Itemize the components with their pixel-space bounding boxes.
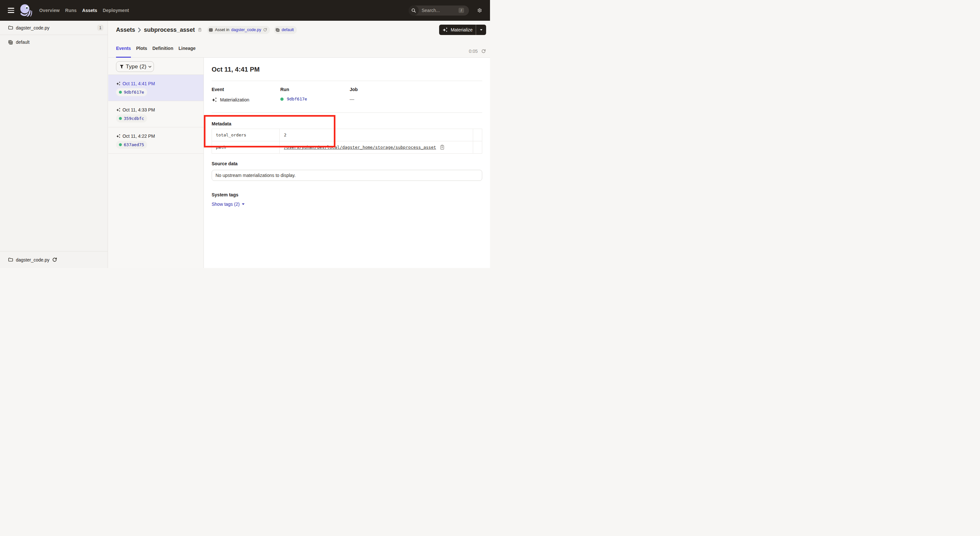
reload-location-icon[interactable] [263,28,267,32]
source-data-heading: Source data [212,161,482,166]
nav-item-runs[interactable]: Runs [65,8,76,13]
search-input[interactable]: Search... / [409,5,469,16]
run-tag[interactable]: 9dbf617e [116,88,147,96]
run-column: Run 9dbf617e [280,87,350,103]
sparkle-icon [442,27,448,33]
dagster-logo[interactable] [20,4,32,16]
reload-code-location-icon[interactable] [52,257,57,262]
asset-count-badge: 1 [97,25,103,31]
path-cell: /Users/yuhan/dev/local/dagster_home/stor… [284,145,473,150]
run-tag[interactable]: 359cdbfc [116,115,147,122]
metadata-value: 2 [280,129,473,141]
refresh-icon[interactable] [481,49,486,54]
content-row: Type (2) Oct 11, 4:41 PM 9dbf617e [108,58,490,268]
sidebar-footer-code-location: dagster_code.py [0,251,108,268]
page-header: Assets subprocess_asset [108,21,490,58]
metadata-path-link[interactable]: /Users/yuhan/dev/local/dagster_home/stor… [284,145,436,150]
event-column-label: Event [212,87,280,92]
show-tags-toggle[interactable]: Show tags (2) [212,202,245,207]
system-tags-heading: System tags [212,192,482,197]
tab-events[interactable]: Events [116,39,131,57]
metadata-key: path [212,141,280,153]
caret-down-icon [242,203,245,205]
chevron-right-icon [138,27,141,32]
search-shortcut-key: / [458,8,464,13]
run-column-label: Run [280,87,350,92]
metadata-table: total_orders 2 path /Users/yuhan/dev/loc… [212,129,482,154]
materialization-sparkle-icon [116,133,121,139]
filter-funnel-icon [119,65,124,69]
asset-group-tag: default [274,26,297,34]
materialization-sparkle-icon [116,81,121,86]
asset-location-tag: Asset in dagster_code.py [207,26,270,34]
nav-item-overview[interactable]: Overview [39,8,60,13]
asset-location-prefix: Asset in [215,27,229,32]
asset-tabs: Events Plots Definition Lineage 0:05 [108,39,490,57]
materialize-button[interactable]: Materialize [439,25,476,35]
tab-lineage[interactable]: Lineage [178,39,196,57]
refresh-countdown: 0:05 [469,49,478,54]
tab-definition[interactable]: Definition [152,39,173,57]
event-timestamp: Oct 11, 4:41 PM [123,81,155,86]
table-row: path /Users/yuhan/dev/local/dagster_home… [212,141,482,153]
type-filter-button[interactable]: Type (2) [116,61,154,72]
divider [212,81,482,81]
metadata-key: total_orders [212,129,280,141]
nav-item-deployment[interactable]: Deployment [103,8,129,13]
job-cell: — [350,97,482,102]
event-list-item[interactable]: Oct 11, 4:33 PM 359cdbfc [108,101,204,127]
sidebar-item-label: dagster_code.py [16,25,49,30]
materialize-label: Materialize [451,27,473,32]
run-id-link[interactable]: 637aed75 [124,142,144,147]
type-filter-label: Type (2) [126,64,146,70]
sidebar-footer-label: dagster_code.py [16,257,49,262]
metadata-action-cell [473,129,482,141]
hamburger-bar [8,12,14,13]
run-id-link[interactable]: 9dbf617e [287,97,307,102]
asset-group-link[interactable]: default [282,27,294,32]
event-row-line: Oct 11, 4:41 PM [116,81,196,86]
auto-refresh-cluster: 0:05 [469,49,490,54]
run-tag[interactable]: 637aed75 [116,141,147,149]
asset-location-link[interactable]: dagster_code.py [231,27,261,32]
asset-groups-sidebar: dagster_code.py 1 default dagster_code.p… [0,21,108,268]
folder-icon [8,257,13,262]
metadata-action-cell [473,141,482,153]
sidebar-item-group-default[interactable]: default [0,35,108,49]
hamburger-bar [8,10,14,11]
event-type-cell: Materialization [212,97,280,103]
show-tags-label: Show tags (2) [212,202,240,207]
hamburger-bar [8,8,14,9]
primary-nav: Overview Runs Assets Deployment [39,8,129,13]
sidebar-item-label: default [16,40,30,45]
materialization-sparkle-icon [116,107,121,113]
tab-plots[interactable]: Plots [136,39,147,57]
hamburger-menu-icon[interactable] [8,8,14,13]
materialize-dropdown-caret[interactable] [476,25,486,35]
run-id-link[interactable]: 9dbf617e [124,90,144,95]
magnifier-icon [411,8,416,13]
clipboard-copy-icon [198,27,202,32]
breadcrumb-assets-link[interactable]: Assets [116,27,135,33]
event-row-line: Oct 11, 4:33 PM [116,107,196,113]
event-list-item[interactable]: Oct 11, 4:41 PM 9dbf617e [108,75,204,101]
copy-path-icon[interactable] [439,145,445,150]
search-placeholder: Search... [422,8,440,13]
search-icon [409,5,419,16]
run-status-dot [280,97,283,101]
run-cell: 9dbf617e [280,97,350,102]
source-data-empty-message: No upstream materializations to display. [212,170,482,181]
settings-gear-icon[interactable] [477,8,482,13]
event-list-item[interactable]: Oct 11, 4:22 PM 637aed75 [108,127,204,154]
table-row: total_orders 2 [212,129,482,141]
run-id-link[interactable]: 359cdbfc [124,116,144,121]
copy-asset-key-icon[interactable] [198,27,202,32]
page-title: subprocess_asset [144,27,195,33]
reload-icon [263,28,267,32]
folder-icon [8,25,13,30]
nav-item-assets[interactable]: Assets [82,8,97,13]
sidebar-item-code-location[interactable]: dagster_code.py 1 [0,21,108,35]
reload-icon [52,257,57,262]
chevron-down-icon [148,66,151,68]
caret-down-icon [480,29,482,31]
